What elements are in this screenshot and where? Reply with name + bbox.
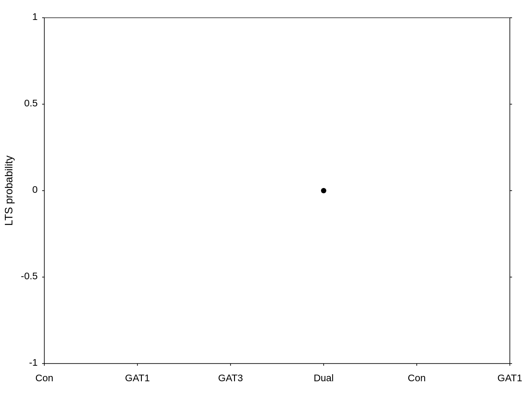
y-tick-0: 0 — [32, 184, 38, 195]
x-tick-gat1-1: GAT1 — [125, 372, 150, 383]
x-tick-gat1-2: GAT1 — [497, 372, 522, 383]
x-tick-con2: Con — [408, 372, 426, 383]
data-point-0 — [321, 188, 326, 193]
chart-container: 1 0.5 0 -0.5 -1 LTS probability Con GAT1… — [0, 0, 532, 399]
y-tick-0.5: 0.5 — [24, 98, 38, 109]
x-tick-gat3: GAT3 — [218, 372, 243, 383]
y-tick-1: 1 — [32, 11, 38, 22]
scatter-chart: 1 0.5 0 -0.5 -1 LTS probability Con GAT1… — [0, 0, 532, 399]
y-axis-label: LTS probability — [3, 156, 15, 226]
y-tick-neg1: -1 — [29, 357, 38, 368]
x-tick-con1: Con — [35, 372, 53, 383]
x-tick-dual: Dual — [313, 372, 333, 383]
y-tick-neg0.5: -0.5 — [21, 270, 38, 282]
